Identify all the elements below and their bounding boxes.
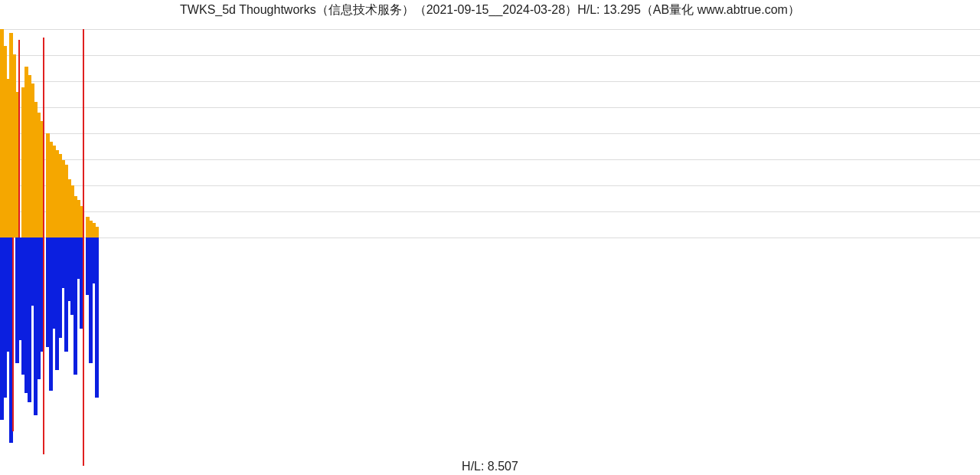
top-bar-accent <box>83 29 84 238</box>
top-bar-accent <box>43 38 44 238</box>
bottom-bar-accent <box>12 238 14 431</box>
top-bar <box>95 227 99 238</box>
top-bar-accent <box>18 40 20 238</box>
top-panel <box>0 29 980 238</box>
bottom-bar-accent <box>43 238 44 454</box>
chart-footer: H/L: 8.507 <box>0 458 980 475</box>
bottom-bar <box>95 238 99 398</box>
bottom-bar-accent <box>83 238 84 466</box>
bottom-panel <box>0 238 980 466</box>
chart-title: TWKS_5d Thoughtworks（信息技术服务）（2021-09-15_… <box>0 0 980 18</box>
